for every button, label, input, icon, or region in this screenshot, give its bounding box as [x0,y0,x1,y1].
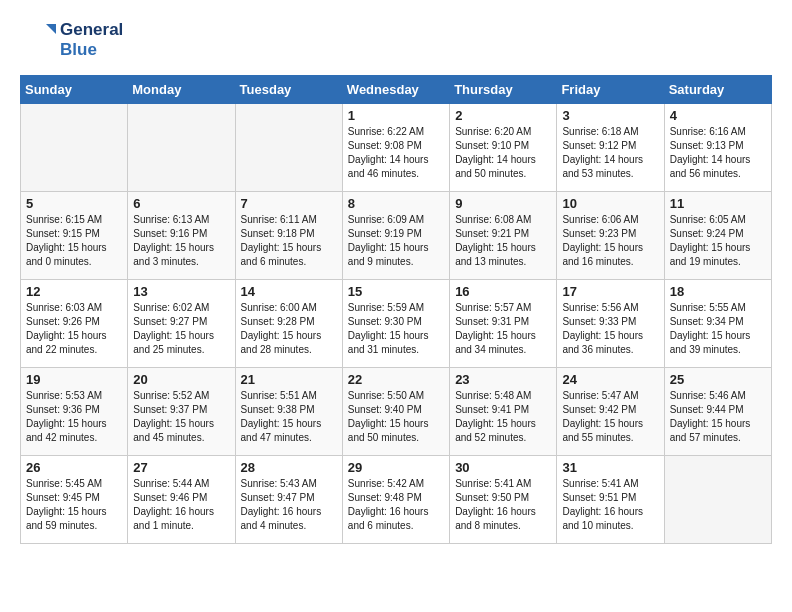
calendar-day-cell: 18Sunrise: 5:55 AM Sunset: 9:34 PM Dayli… [664,280,771,368]
day-number: 3 [562,108,658,123]
calendar-day-cell: 11Sunrise: 6:05 AM Sunset: 9:24 PM Dayli… [664,192,771,280]
day-info: Sunrise: 5:44 AM Sunset: 9:46 PM Dayligh… [133,477,229,533]
day-number: 2 [455,108,551,123]
day-number: 22 [348,372,444,387]
day-number: 20 [133,372,229,387]
calendar-day-cell: 22Sunrise: 5:50 AM Sunset: 9:40 PM Dayli… [342,368,449,456]
day-number: 5 [26,196,122,211]
calendar-table: SundayMondayTuesdayWednesdayThursdayFrid… [20,75,772,544]
calendar-day-cell: 9Sunrise: 6:08 AM Sunset: 9:21 PM Daylig… [450,192,557,280]
calendar-day-cell: 1Sunrise: 6:22 AM Sunset: 9:08 PM Daylig… [342,104,449,192]
calendar-day-cell: 6Sunrise: 6:13 AM Sunset: 9:16 PM Daylig… [128,192,235,280]
calendar-week-row: 5Sunrise: 6:15 AM Sunset: 9:15 PM Daylig… [21,192,772,280]
day-number: 7 [241,196,337,211]
page-header: General Blue [20,20,772,59]
calendar-day-cell: 31Sunrise: 5:41 AM Sunset: 9:51 PM Dayli… [557,456,664,544]
calendar-day-cell: 27Sunrise: 5:44 AM Sunset: 9:46 PM Dayli… [128,456,235,544]
calendar-day-cell: 8Sunrise: 6:09 AM Sunset: 9:19 PM Daylig… [342,192,449,280]
day-info: Sunrise: 5:41 AM Sunset: 9:51 PM Dayligh… [562,477,658,533]
day-number: 27 [133,460,229,475]
day-number: 1 [348,108,444,123]
day-number: 10 [562,196,658,211]
calendar-day-cell: 15Sunrise: 5:59 AM Sunset: 9:30 PM Dayli… [342,280,449,368]
day-info: Sunrise: 5:45 AM Sunset: 9:45 PM Dayligh… [26,477,122,533]
day-number: 25 [670,372,766,387]
day-info: Sunrise: 5:53 AM Sunset: 9:36 PM Dayligh… [26,389,122,445]
day-of-week-header: Tuesday [235,76,342,104]
day-number: 4 [670,108,766,123]
day-number: 17 [562,284,658,299]
day-info: Sunrise: 5:41 AM Sunset: 9:50 PM Dayligh… [455,477,551,533]
calendar-day-cell: 13Sunrise: 6:02 AM Sunset: 9:27 PM Dayli… [128,280,235,368]
day-info: Sunrise: 6:16 AM Sunset: 9:13 PM Dayligh… [670,125,766,181]
calendar-week-row: 26Sunrise: 5:45 AM Sunset: 9:45 PM Dayli… [21,456,772,544]
calendar-day-cell: 20Sunrise: 5:52 AM Sunset: 9:37 PM Dayli… [128,368,235,456]
calendar-day-cell: 2Sunrise: 6:20 AM Sunset: 9:10 PM Daylig… [450,104,557,192]
day-info: Sunrise: 5:50 AM Sunset: 9:40 PM Dayligh… [348,389,444,445]
day-number: 13 [133,284,229,299]
day-info: Sunrise: 5:55 AM Sunset: 9:34 PM Dayligh… [670,301,766,357]
calendar-week-row: 19Sunrise: 5:53 AM Sunset: 9:36 PM Dayli… [21,368,772,456]
day-number: 14 [241,284,337,299]
calendar-day-cell: 30Sunrise: 5:41 AM Sunset: 9:50 PM Dayli… [450,456,557,544]
day-number: 16 [455,284,551,299]
logo-blue: Blue [60,40,123,60]
day-info: Sunrise: 6:08 AM Sunset: 9:21 PM Dayligh… [455,213,551,269]
day-number: 18 [670,284,766,299]
day-number: 21 [241,372,337,387]
calendar-day-cell: 23Sunrise: 5:48 AM Sunset: 9:41 PM Dayli… [450,368,557,456]
calendar-week-row: 12Sunrise: 6:03 AM Sunset: 9:26 PM Dayli… [21,280,772,368]
day-of-week-header: Sunday [21,76,128,104]
day-info: Sunrise: 5:48 AM Sunset: 9:41 PM Dayligh… [455,389,551,445]
calendar-day-cell: 28Sunrise: 5:43 AM Sunset: 9:47 PM Dayli… [235,456,342,544]
day-number: 31 [562,460,658,475]
day-info: Sunrise: 6:03 AM Sunset: 9:26 PM Dayligh… [26,301,122,357]
calendar-day-cell: 5Sunrise: 6:15 AM Sunset: 9:15 PM Daylig… [21,192,128,280]
day-info: Sunrise: 5:51 AM Sunset: 9:38 PM Dayligh… [241,389,337,445]
calendar-day-cell [21,104,128,192]
day-number: 30 [455,460,551,475]
day-info: Sunrise: 5:42 AM Sunset: 9:48 PM Dayligh… [348,477,444,533]
calendar-day-cell [128,104,235,192]
calendar-day-cell: 16Sunrise: 5:57 AM Sunset: 9:31 PM Dayli… [450,280,557,368]
calendar-header-row: SundayMondayTuesdayWednesdayThursdayFrid… [21,76,772,104]
calendar-day-cell: 24Sunrise: 5:47 AM Sunset: 9:42 PM Dayli… [557,368,664,456]
calendar-day-cell: 12Sunrise: 6:03 AM Sunset: 9:26 PM Dayli… [21,280,128,368]
day-number: 6 [133,196,229,211]
day-info: Sunrise: 5:56 AM Sunset: 9:33 PM Dayligh… [562,301,658,357]
calendar-day-cell: 10Sunrise: 6:06 AM Sunset: 9:23 PM Dayli… [557,192,664,280]
day-info: Sunrise: 5:52 AM Sunset: 9:37 PM Dayligh… [133,389,229,445]
day-info: Sunrise: 5:59 AM Sunset: 9:30 PM Dayligh… [348,301,444,357]
day-of-week-header: Wednesday [342,76,449,104]
calendar-day-cell: 26Sunrise: 5:45 AM Sunset: 9:45 PM Dayli… [21,456,128,544]
logo-general: General [60,20,123,40]
day-number: 12 [26,284,122,299]
svg-marker-1 [46,24,56,34]
calendar-day-cell: 14Sunrise: 6:00 AM Sunset: 9:28 PM Dayli… [235,280,342,368]
calendar-day-cell [235,104,342,192]
day-of-week-header: Monday [128,76,235,104]
calendar-day-cell: 29Sunrise: 5:42 AM Sunset: 9:48 PM Dayli… [342,456,449,544]
day-of-week-header: Thursday [450,76,557,104]
day-info: Sunrise: 6:18 AM Sunset: 9:12 PM Dayligh… [562,125,658,181]
calendar-day-cell [664,456,771,544]
day-info: Sunrise: 6:22 AM Sunset: 9:08 PM Dayligh… [348,125,444,181]
calendar-day-cell: 3Sunrise: 6:18 AM Sunset: 9:12 PM Daylig… [557,104,664,192]
logo-icon [20,22,56,58]
calendar-day-cell: 25Sunrise: 5:46 AM Sunset: 9:44 PM Dayli… [664,368,771,456]
logo: General Blue [20,20,123,59]
day-number: 11 [670,196,766,211]
day-info: Sunrise: 6:09 AM Sunset: 9:19 PM Dayligh… [348,213,444,269]
day-number: 19 [26,372,122,387]
calendar-day-cell: 19Sunrise: 5:53 AM Sunset: 9:36 PM Dayli… [21,368,128,456]
day-number: 29 [348,460,444,475]
day-of-week-header: Saturday [664,76,771,104]
calendar-day-cell: 17Sunrise: 5:56 AM Sunset: 9:33 PM Dayli… [557,280,664,368]
day-number: 15 [348,284,444,299]
day-number: 28 [241,460,337,475]
calendar-day-cell: 7Sunrise: 6:11 AM Sunset: 9:18 PM Daylig… [235,192,342,280]
day-info: Sunrise: 5:46 AM Sunset: 9:44 PM Dayligh… [670,389,766,445]
day-of-week-header: Friday [557,76,664,104]
day-number: 8 [348,196,444,211]
day-info: Sunrise: 6:15 AM Sunset: 9:15 PM Dayligh… [26,213,122,269]
